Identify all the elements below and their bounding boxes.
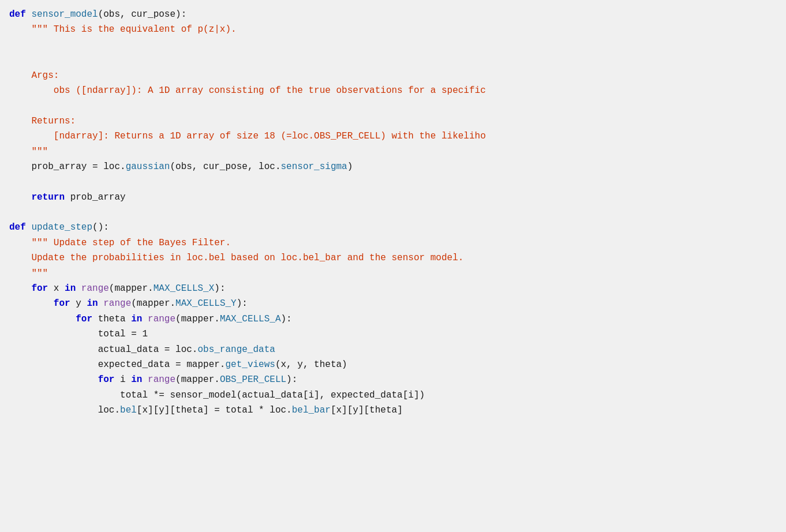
- code-line-4: [0, 53, 786, 68]
- code-line-24: expected_data = mapper.get_views(x, y, t…: [0, 357, 786, 372]
- code-line-12: [0, 174, 786, 189]
- code-line-19: for x in range(mapper.MAX_CELLS_X):: [0, 281, 786, 296]
- code-line-23: actual_data = loc.obs_range_data: [0, 342, 786, 357]
- code-line-6: obs ([ndarray]): A 1D array consisting o…: [0, 83, 786, 98]
- code-line-22: total = 1: [0, 327, 786, 342]
- code-line-9: [ndarray]: Returns a 1D array of size 18…: [0, 129, 786, 144]
- code-line-1: def sensor_model(obs, cur_pose):: [0, 7, 786, 22]
- code-line-10: """: [0, 144, 786, 159]
- code-line-18: """: [0, 266, 786, 281]
- code-line-21: for theta in range(mapper.MAX_CELLS_A):: [0, 312, 786, 327]
- code-line-17: Update the probabilities in loc.bel base…: [0, 250, 786, 265]
- code-line-2: """ This is the equivalent of p(z|x).: [0, 22, 786, 37]
- code-line-3: [0, 38, 786, 53]
- code-line-27: loc.bel[x][y][theta] = total * loc.bel_b…: [0, 403, 786, 418]
- code-line-20: for y in range(mapper.MAX_CELLS_Y):: [0, 296, 786, 311]
- code-line-13: return prob_array: [0, 190, 786, 205]
- code-line-8: Returns:: [0, 114, 786, 129]
- code-line-7: [0, 98, 786, 113]
- code-editor: def sensor_model(obs, cur_pose): """ Thi…: [0, 0, 786, 532]
- code-line-25: for i in range(mapper.OBS_PER_CELL):: [0, 372, 786, 387]
- code-line-11: prob_array = loc.gaussian(obs, cur_pose,…: [0, 159, 786, 174]
- code-line-26: total *= sensor_model(actual_data[i], ex…: [0, 388, 786, 403]
- code-line-5: Args:: [0, 68, 786, 83]
- code-line-14: [0, 205, 786, 220]
- code-line-15: def update_step():: [0, 220, 786, 235]
- code-line-16: """ Update step of the Bayes Filter.: [0, 235, 786, 250]
